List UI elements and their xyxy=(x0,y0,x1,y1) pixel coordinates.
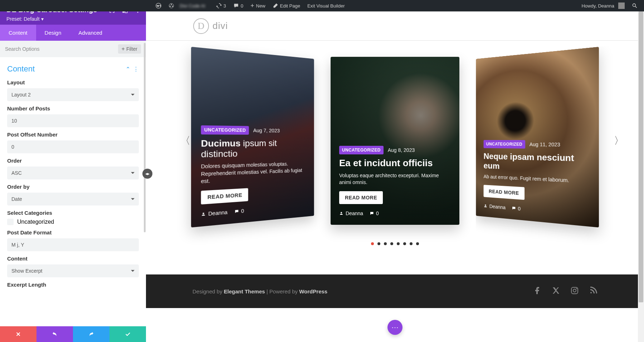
post-title[interactable]: Neque ipsam nesciunt eum xyxy=(484,152,589,174)
svg-point-4 xyxy=(172,6,173,7)
main-scrollbar[interactable] xyxy=(638,11,644,342)
site-name[interactable]: Divi Code AI xyxy=(165,0,213,11)
svg-point-3 xyxy=(170,6,171,7)
post-comments[interactable]: 0 xyxy=(234,208,244,215)
footer-theme-link[interactable]: Elegant Themes xyxy=(224,288,265,294)
layout-select[interactable]: Layout 2 xyxy=(7,88,139,101)
carousel-dot[interactable] xyxy=(397,242,400,245)
carousel-dot[interactable] xyxy=(416,242,419,245)
post-excerpt: Dolores quisquam molestias voluptas. Rep… xyxy=(201,160,307,185)
instagram-icon[interactable] xyxy=(570,286,579,296)
carousel-dot[interactable] xyxy=(377,242,380,245)
updates[interactable]: 3 xyxy=(213,0,230,11)
dateformat-label: Post Date Format xyxy=(7,229,139,236)
category-option[interactable]: Uncategorized xyxy=(7,219,139,225)
panel-footer xyxy=(0,326,146,342)
save-button[interactable] xyxy=(109,326,146,342)
redo-button[interactable] xyxy=(73,326,109,342)
section-title[interactable]: Content xyxy=(7,64,35,74)
post-comments[interactable]: 0 xyxy=(370,210,379,216)
carousel-card[interactable]: UNCATEGORIZEDAug 7, 2023 Ducimus ipsum s… xyxy=(191,47,314,228)
search-icon[interactable] xyxy=(628,0,641,11)
wp-admin-bar: Divi Code AI 3 0 +New Edit Page Exit Vis… xyxy=(0,0,644,11)
category-badge[interactable]: UNCATEGORIZED xyxy=(201,125,249,135)
chevron-down-icon: ▾ xyxy=(41,16,44,22)
footer-credits: Designed by Elegant Themes | Powered by … xyxy=(192,288,327,294)
post-title[interactable]: Ea et incidunt officiis xyxy=(339,158,451,169)
builder-fab[interactable]: ⋯ xyxy=(387,320,402,335)
orderby-select[interactable]: Date xyxy=(7,193,139,205)
new-content[interactable]: +New xyxy=(247,0,269,11)
wp-logo[interactable] xyxy=(152,0,165,11)
post-comments[interactable]: 0 xyxy=(512,205,521,212)
svg-point-12 xyxy=(341,212,342,213)
post-author[interactable]: Deanna xyxy=(339,210,363,216)
content-select[interactable]: Show Excerpt xyxy=(7,264,139,277)
carousel: 〈 〉 UNCATEGORIZEDAug 7, 2023 Ducimus ips… xyxy=(146,41,644,241)
preview-area: D divi 〈 〉 UNCATEGORIZEDAug 7, 2023 Duci… xyxy=(146,11,644,342)
post-author[interactable]: Deanna xyxy=(484,203,506,210)
post-excerpt: Voluptas eaque architecto excepturi. Max… xyxy=(339,172,451,186)
svg-point-2 xyxy=(171,4,172,5)
search-row: Search Options +Filter xyxy=(0,41,146,57)
svg-point-16 xyxy=(576,288,577,289)
read-more-button[interactable]: READ MORE xyxy=(339,191,383,204)
settings-panel: DE Blog Carousel Settings Preset: Defaul… xyxy=(0,0,146,342)
howdy-user[interactable]: Howdy, Deanna xyxy=(578,0,628,11)
offset-input[interactable] xyxy=(7,140,139,153)
carousel-prev[interactable]: 〈 xyxy=(177,130,194,151)
undo-button[interactable] xyxy=(36,326,73,342)
section-kebab-icon[interactable]: ⋮ xyxy=(133,66,139,73)
tab-content[interactable]: Content xyxy=(0,25,36,41)
read-more-button[interactable]: READ MORE xyxy=(201,188,248,204)
panel-body[interactable]: Content ⌃⋮ Layout Layout 2 Number of Pos… xyxy=(0,57,146,326)
tab-advanced[interactable]: Advanced xyxy=(70,25,111,41)
carousel-card[interactable]: UNCATEGORIZEDAug 8, 2023 Ea et incidunt … xyxy=(331,57,459,225)
offset-label: Post Offset Number xyxy=(7,132,139,138)
layout-label: Layout xyxy=(7,79,139,85)
tab-design[interactable]: Design xyxy=(36,25,70,41)
x-icon[interactable] xyxy=(552,286,560,296)
post-author[interactable]: Deanna xyxy=(201,209,228,217)
logo-mark: D xyxy=(193,18,209,34)
comments[interactable]: 0 xyxy=(230,0,247,11)
carousel-dot[interactable] xyxy=(371,242,374,245)
cancel-button[interactable] xyxy=(0,326,36,342)
numposts-label: Number of Posts xyxy=(7,105,139,111)
svg-point-13 xyxy=(485,204,486,206)
preset-selector[interactable]: Preset: Default▾ xyxy=(6,16,140,22)
edit-page[interactable]: Edit Page xyxy=(269,0,304,11)
filter-button[interactable]: +Filter xyxy=(118,44,141,54)
post-date: Aug 8, 2023 xyxy=(388,147,415,153)
carousel-next[interactable]: 〉 xyxy=(610,130,628,151)
avatar xyxy=(618,3,625,9)
collapse-icon[interactable]: ⌃ xyxy=(126,66,130,73)
post-excerpt: Ab aut error quo. Fugit rem et laborum. xyxy=(484,174,589,185)
post-date: Aug 7, 2023 xyxy=(253,128,280,134)
panel-resize-handle[interactable]: ◂▸ xyxy=(142,169,152,179)
categories-label: Select Categories xyxy=(7,210,139,216)
logo-text: divi xyxy=(213,20,228,31)
site-logo[interactable]: D divi xyxy=(193,18,228,34)
svg-point-10 xyxy=(137,12,138,13)
carousel-dot[interactable] xyxy=(403,242,406,245)
carousel-dot[interactable] xyxy=(410,242,413,245)
category-badge[interactable]: UNCATEGORIZED xyxy=(484,140,525,149)
carousel-dot[interactable] xyxy=(384,242,387,245)
footer-wp-link[interactable]: WordPress xyxy=(299,288,327,294)
checkbox[interactable] xyxy=(7,219,14,225)
exit-visual-builder[interactable]: Exit Visual Builder xyxy=(304,0,348,11)
post-title[interactable]: Ducimus ipsum sit distinctio xyxy=(201,138,307,159)
site-footer: Designed by Elegant Themes | Powered by … xyxy=(146,274,644,308)
read-more-button[interactable]: READ MORE xyxy=(484,185,525,200)
carousel-dot[interactable] xyxy=(390,242,393,245)
category-badge[interactable]: UNCATEGORIZED xyxy=(339,146,384,154)
rss-icon[interactable] xyxy=(589,286,597,296)
facebook-icon[interactable] xyxy=(533,286,542,296)
panel-scrollbar[interactable] xyxy=(144,43,146,232)
carousel-card[interactable]: UNCATEGORIZEDAug 11, 2023 Neque ipsam ne… xyxy=(476,47,599,228)
numposts-input[interactable] xyxy=(7,114,139,127)
search-input[interactable]: Search Options xyxy=(5,46,40,52)
dateformat-input[interactable] xyxy=(7,238,139,251)
order-select[interactable]: ASC xyxy=(7,167,139,179)
